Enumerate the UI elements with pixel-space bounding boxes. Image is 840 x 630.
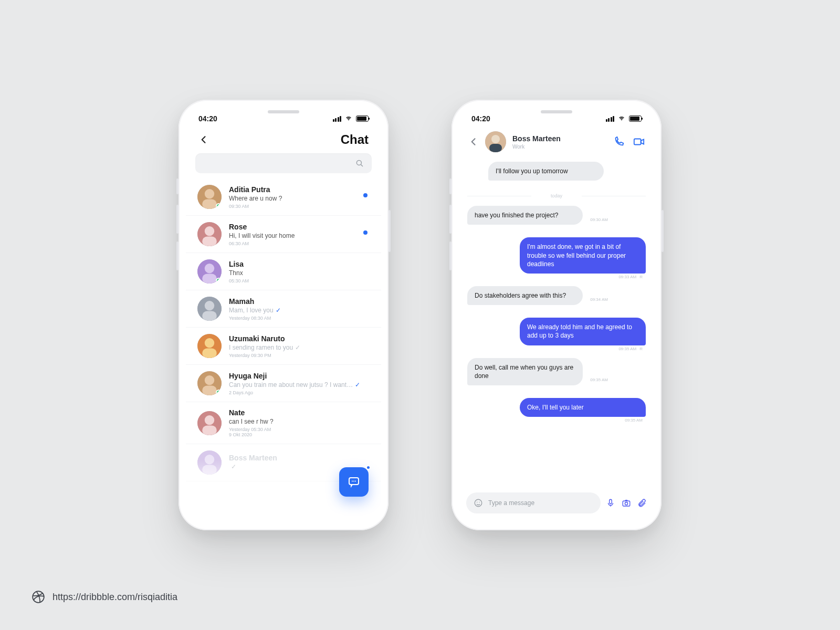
credit-link[interactable]: https://dribbble.com/risqiaditia: [32, 590, 177, 604]
contact-name: Boss Marteen: [512, 134, 561, 143]
svg-rect-5: [202, 200, 217, 209]
svg-rect-34: [489, 144, 502, 152]
day-separator: today: [467, 193, 646, 198]
status-time: 04:20: [198, 114, 217, 123]
svg-point-37: [477, 502, 478, 503]
avatar: [197, 450, 222, 475]
svg-point-41: [625, 502, 627, 505]
phone-chat-list: 04:20 Chat Aditia Putra Where are u now …: [178, 100, 388, 530]
message-timestamp: 09:34 AM: [590, 297, 608, 303]
contact-avatar[interactable]: [485, 131, 506, 152]
wifi-icon: [344, 116, 353, 122]
chat-list-item[interactable]: Hyuga Neji Can you train me about new ju…: [186, 365, 381, 402]
chat-name: Hyuga Neji: [229, 372, 370, 380]
message-timestamp: 09:35 AMR: [618, 346, 643, 352]
svg-point-13: [205, 301, 214, 310]
search-input[interactable]: [195, 153, 372, 173]
chat-preview: I sending ramen to you✓: [229, 344, 370, 351]
svg-point-19: [205, 375, 214, 385]
chat-timestamp: Yesterday 09:30 PM: [229, 353, 370, 358]
video-call-button[interactable]: [633, 136, 645, 148]
chat-name: Boss Marteen: [229, 454, 370, 462]
chat-list-item[interactable]: Rose Hi, I will visit your home 06:30 AM: [186, 216, 381, 253]
chat-preview: Mam, I love you✓: [229, 307, 370, 314]
chat-preview: Where are u now ?: [229, 195, 370, 202]
chat-name: Nate: [229, 408, 370, 417]
new-chat-fab[interactable]: [339, 467, 369, 497]
camera-button[interactable]: [622, 498, 631, 508]
svg-point-22: [205, 415, 214, 425]
notch: [239, 107, 328, 122]
avatar: [197, 185, 222, 209]
chat-preview: Thnx: [229, 269, 370, 277]
message-incoming[interactable]: I'll follow you up tomorrow: [488, 162, 604, 181]
signal-icon: [333, 116, 342, 122]
chat-timestamp: Yesterday 08:30 AM: [229, 316, 370, 321]
chat-name: Aditia Putra: [229, 185, 370, 194]
message-incoming[interactable]: Do well, call me when you guys are done0…: [467, 358, 583, 385]
message-outgoing[interactable]: I'm almost done, we got in a bit of trou…: [520, 237, 646, 274]
message-outgoing[interactable]: Oke, I'll tell you later09:35 AM: [520, 398, 646, 417]
svg-rect-14: [202, 311, 217, 321]
svg-point-4: [205, 189, 214, 198]
message-outgoing[interactable]: We already told him and he agreed to add…: [520, 318, 646, 345]
svg-point-7: [205, 226, 214, 236]
chat-name: Uzumaki Naruto: [229, 334, 370, 343]
battery-icon: [629, 116, 642, 122]
wifi-icon: [617, 116, 626, 122]
back-button[interactable]: [198, 134, 209, 145]
chat-name: Lisa: [229, 260, 370, 268]
avatar: [197, 334, 222, 358]
contact-subtitle: Work: [512, 144, 561, 150]
chat-preview: Hi, I will visit your home: [229, 232, 370, 239]
back-button[interactable]: [468, 136, 479, 147]
mic-button[interactable]: [606, 498, 615, 508]
online-indicator: [216, 203, 222, 209]
svg-rect-39: [610, 499, 612, 503]
message-timestamp: 09:35 AM: [625, 418, 643, 424]
message-incoming[interactable]: have you finished the project?09:30 AM: [467, 206, 583, 225]
dribbble-icon: [32, 590, 45, 604]
emoji-icon[interactable]: [474, 498, 483, 508]
svg-rect-8: [202, 237, 217, 246]
fab-notification-dot: [366, 465, 371, 470]
chat-list-item[interactable]: Uzumaki Naruto I sending ramen to you✓ Y…: [186, 328, 381, 365]
voice-call-button[interactable]: [613, 136, 625, 148]
svg-point-16: [205, 338, 214, 348]
svg-point-1: [356, 160, 361, 165]
chat-list-item[interactable]: Aditia Putra Where are u now ? 09:30 AM: [186, 178, 381, 216]
svg-line-2: [361, 164, 363, 166]
unread-indicator: [363, 193, 368, 197]
chat-timestamp: 06:30 AM: [229, 241, 370, 246]
svg-point-36: [475, 499, 482, 507]
svg-point-28: [352, 481, 353, 482]
message-input-placeholder: Type a message: [488, 499, 534, 507]
chat-list-item[interactable]: Lisa Thnx 05:30 AM: [186, 253, 381, 290]
svg-rect-35: [634, 139, 641, 145]
chat-list-item[interactable]: Nate can I see r hw ? Yesterday 05:30 AM…: [186, 402, 381, 444]
chat-list-item[interactable]: Mamah Mam, I love you✓ Yesterday 08:30 A…: [186, 290, 381, 328]
new-chat-icon: [348, 476, 360, 488]
message-input[interactable]: Type a message: [466, 492, 601, 513]
svg-rect-17: [202, 349, 217, 358]
chat-name: Rose: [229, 223, 370, 231]
attach-button[interactable]: [637, 498, 647, 508]
avatar: [197, 222, 222, 246]
svg-rect-20: [202, 386, 217, 395]
avatar: [197, 297, 222, 321]
chat-preview: Can you train me about new jutsu ? I wan…: [229, 381, 370, 388]
svg-rect-23: [202, 425, 217, 435]
chat-timestamp: 05:30 AM: [229, 278, 370, 284]
chat-timestamp: 2 Days Ago: [229, 390, 370, 395]
svg-point-29: [353, 481, 354, 482]
page-title: Chat: [341, 132, 369, 147]
battery-icon: [356, 116, 369, 122]
notch: [512, 107, 601, 122]
svg-point-10: [205, 264, 214, 273]
avatar: [197, 371, 222, 395]
credit-url: https://dribbble.com/risqiaditia: [52, 592, 177, 603]
svg-rect-11: [202, 274, 217, 284]
message-incoming[interactable]: Do stakeholders agree with this?09:34 AM: [467, 286, 583, 305]
svg-point-38: [479, 502, 480, 503]
svg-point-30: [355, 481, 356, 482]
